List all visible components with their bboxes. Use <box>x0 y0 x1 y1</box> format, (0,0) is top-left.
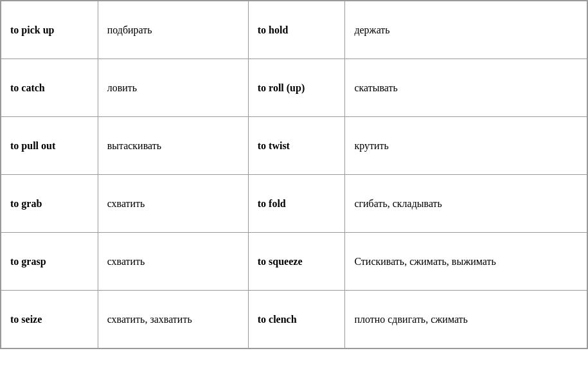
russian-translation-1: подбирать <box>98 1 248 59</box>
russian-translation-1: схватить <box>98 233 248 291</box>
english-term-1: to seize <box>1 291 98 348</box>
english-term-1: to grasp <box>1 233 98 291</box>
russian-translation-2: сгибать, складывать <box>345 175 587 233</box>
table-row: to pull outвытаскиватьto twistкрутить <box>1 117 587 175</box>
english-term-2: to roll (up) <box>248 59 345 117</box>
english-term-2: to fold <box>248 175 345 233</box>
vocabulary-table: to pick upподбиратьto holdдержатьto catc… <box>0 0 588 349</box>
english-term-1: to catch <box>1 59 98 117</box>
russian-translation-2: крутить <box>345 117 587 175</box>
english-term-1: to grab <box>1 175 98 233</box>
russian-translation-1: схватить <box>98 175 248 233</box>
russian-translation-1: ловить <box>98 59 248 117</box>
english-term-1: to pick up <box>1 1 98 59</box>
russian-translation-2: держать <box>345 1 587 59</box>
english-term-2: to clench <box>248 291 345 348</box>
english-term-1: to pull out <box>1 117 98 175</box>
russian-translation-1: вытаскивать <box>98 117 248 175</box>
russian-translation-1: схватить, захватить <box>98 291 248 348</box>
table-row: to seizeсхватить, захватитьto clenchплот… <box>1 291 587 348</box>
english-term-2: to squeeze <box>248 233 345 291</box>
russian-translation-2: скатывать <box>345 59 587 117</box>
table-row: to pick upподбиратьto holdдержать <box>1 1 587 59</box>
table-row: to grabсхватитьto foldсгибать, складыват… <box>1 175 587 233</box>
table-row: to catchловитьto roll (up)скатывать <box>1 59 587 117</box>
table-row: to graspсхватитьto squeezeСтискивать, сж… <box>1 233 587 291</box>
english-term-2: to twist <box>248 117 345 175</box>
russian-translation-2: Стискивать, сжимать, выжимать <box>345 233 587 291</box>
english-term-2: to hold <box>248 1 345 59</box>
russian-translation-2: плотно сдвигать, сжимать <box>345 291 587 348</box>
